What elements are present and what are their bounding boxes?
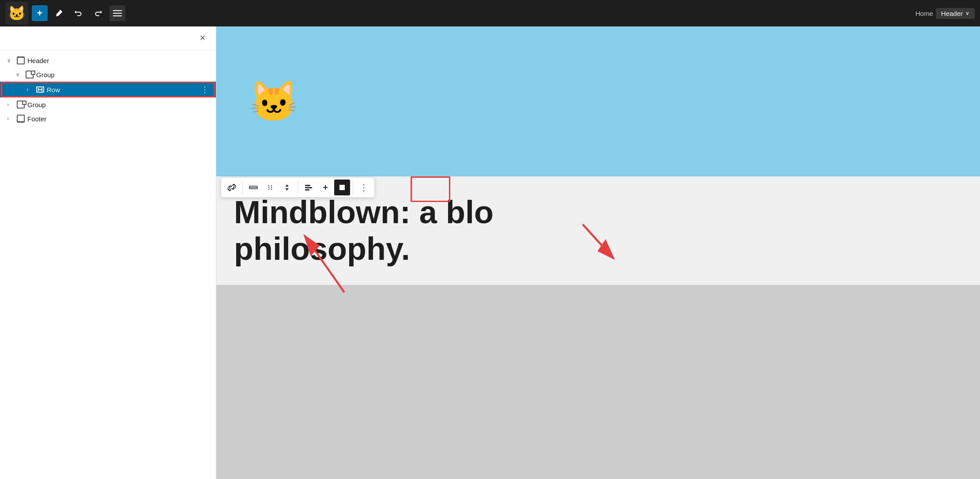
add-inner-button[interactable]: + [317, 180, 333, 195]
tree-label-header: Header [27, 57, 49, 64]
tree-label-group1: Group [36, 71, 55, 79]
breadcrumb-current[interactable]: Header ∨ [936, 8, 975, 19]
logo-icon: 🐱 [8, 5, 26, 22]
svg-rect-0 [113, 10, 122, 11]
close-sidebar-button[interactable]: × [196, 31, 210, 45]
group2-block-icon [17, 101, 25, 109]
svg-rect-11 [305, 185, 310, 186]
main-area: Toggle navigation × ∨ Header ∨ Group [0, 26, 980, 479]
more-options-button[interactable]: ⋮ [356, 180, 372, 195]
site-logo-preview: 🐱 [234, 60, 313, 143]
align-button[interactable] [301, 180, 317, 195]
svg-rect-1 [113, 13, 122, 14]
canvas-area: 🐱 [216, 26, 980, 479]
footer-block-icon [17, 115, 25, 123]
block-tree: ∨ Header ∨ Group › [0, 50, 216, 479]
row-more-button[interactable]: ⋮ [201, 85, 209, 94]
arrows-updown-icon [283, 183, 291, 191]
menu-icon [113, 9, 122, 18]
svg-point-6 [271, 185, 272, 186]
chevron-right-icon: › [26, 86, 34, 93]
svg-point-9 [268, 189, 269, 190]
svg-point-7 [268, 187, 269, 188]
row-type-icon [249, 183, 258, 192]
drag-button[interactable] [262, 180, 278, 195]
group-block-icon [26, 71, 34, 79]
header-block-icon [17, 56, 25, 64]
row-type-button[interactable] [245, 180, 261, 195]
drag-icon [267, 184, 274, 191]
link-icon [227, 183, 236, 192]
undo-icon [74, 9, 83, 18]
tree-label-row: Row [47, 86, 60, 94]
move-up-down-button[interactable] [279, 180, 295, 195]
tree-label-group2: Group [27, 101, 46, 109]
undo-button[interactable] [71, 5, 87, 21]
svg-rect-13 [305, 189, 309, 191]
top-toolbar: 🐱 + Home Header ∨ [0, 0, 980, 26]
align-icon [305, 183, 313, 191]
breadcrumb-chevron-icon: ∨ [965, 10, 969, 16]
link-button[interactable] [224, 180, 240, 195]
redo-button[interactable] [90, 5, 106, 21]
chevron-down-icon: ∨ [7, 57, 14, 64]
tree-item-group1[interactable]: ∨ Group [0, 67, 216, 82]
breadcrumb-home[interactable]: Home [916, 10, 933, 17]
tree-item-header[interactable]: ∨ Header [0, 53, 216, 67]
tree-item-row[interactable]: › Row ⋮ [0, 82, 216, 97]
tree-item-footer[interactable]: › Footer [0, 112, 216, 126]
block-square-icon [339, 184, 346, 191]
chevron-right-icon: › [7, 116, 14, 122]
block-toolbar: + ⋮ [221, 177, 375, 198]
fullscreen-button[interactable] [334, 180, 350, 195]
hamburger-button[interactable] [109, 5, 125, 21]
body-text-line2: philosophy. [234, 231, 962, 267]
wapuu-mascot: 🐱 [249, 82, 298, 121]
site-logo[interactable]: 🐱 [5, 2, 28, 25]
svg-rect-14 [339, 185, 345, 190]
add-block-button[interactable]: + [32, 5, 48, 21]
breadcrumb: Home Header ∨ [916, 8, 975, 19]
sidebar-header: × [0, 26, 216, 50]
body-text-line1: Mindblown: a blo [234, 194, 962, 231]
svg-point-8 [271, 187, 272, 188]
svg-point-5 [268, 185, 269, 186]
breadcrumb-current-label: Header [941, 10, 963, 17]
tree-item-group2[interactable]: › Group [0, 97, 216, 112]
pencil-icon [55, 9, 64, 18]
toolbar-separator-3 [353, 181, 353, 194]
edit-button[interactable] [51, 5, 67, 21]
svg-rect-2 [113, 15, 122, 16]
redo-icon [94, 9, 102, 18]
tree-label-footer: Footer [27, 115, 46, 123]
sidebar: Toggle navigation × ∨ Header ∨ Group [0, 26, 216, 479]
svg-point-10 [271, 189, 272, 190]
toolbar-separator [242, 181, 243, 194]
svg-rect-12 [305, 187, 312, 188]
chevron-down-icon: ∨ [16, 71, 23, 78]
preview-header: 🐱 [216, 26, 980, 176]
chevron-right-icon: › [7, 101, 14, 108]
row-block-icon [36, 86, 44, 93]
toolbar-separator-2 [298, 181, 298, 194]
